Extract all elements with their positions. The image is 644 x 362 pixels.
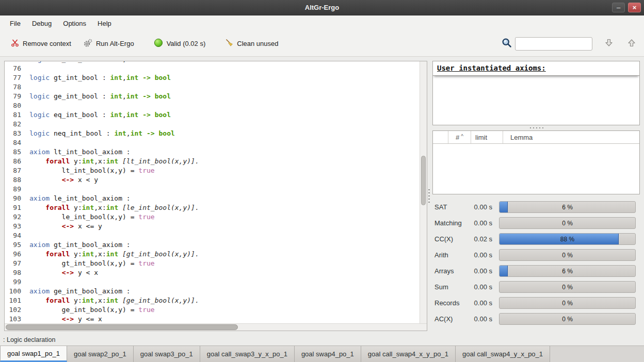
minimize-button[interactable]: – <box>612 3 625 12</box>
column-header-lemma[interactable]: Lemma <box>503 131 639 143</box>
clean-unused-button[interactable]: Clean unused <box>220 35 283 52</box>
code-line[interactable]: forall y:int,x:int [gt_int_bool(x,y)]. <box>29 250 420 259</box>
stat-time: 0.02 s <box>468 235 492 243</box>
stat-time: 0.00 s <box>468 283 492 291</box>
code-line[interactable]: ge_int_bool(x,y) = true <box>29 306 420 315</box>
broom-icon <box>225 39 233 48</box>
stat-label: Records <box>434 299 468 307</box>
tab-goal-call-swap3-y-x-po-1[interactable]: goal call_swap3_y_x_po_1 <box>200 346 295 362</box>
panel-splitter-handle[interactable] <box>428 188 430 203</box>
menu-help[interactable]: Help <box>92 15 117 31</box>
progress-text: 0 % <box>500 314 635 324</box>
stat-label: SAT <box>434 203 468 211</box>
vertical-scrollbar-thumb[interactable] <box>421 156 426 206</box>
line-number: 101 <box>5 297 21 306</box>
result-status-label: Valid (0.02 s) <box>167 40 206 47</box>
axioms-header-row[interactable]: User instantiated axioms: <box>433 61 639 76</box>
jump-down-button[interactable] <box>603 37 615 51</box>
column-header-number[interactable]: # ^ <box>448 131 471 143</box>
tab-goal-call-swap4-y-x-po-1[interactable]: goal call_swap4_y_x_po_1 <box>456 346 550 362</box>
tab-goal-swap1-po-1[interactable]: goal swap1_po_1 <box>0 346 67 362</box>
menu-file[interactable]: File <box>4 15 26 31</box>
code-line[interactable] <box>29 120 420 129</box>
code-line[interactable]: logic neq_int_bool : int,int -> bool <box>29 129 420 139</box>
stat-label: AC(X) <box>434 315 468 323</box>
code-line[interactable]: forall y:int,x:int [lt_int_bool(x,y)]. <box>29 157 420 167</box>
altgr-ergo-window: AltGr-Ergo – × File Debug Options Help R… <box>0 0 644 362</box>
code-line[interactable]: logic gt_int_bool : int,int -> bool <box>29 74 420 83</box>
code-line[interactable]: forall y:int,x:int [ge_int_bool(x,y)]. <box>29 297 420 306</box>
stats-list: SAT0.00 s6 %Matching0.00 s0 %CC(X)0.02 s… <box>434 201 636 329</box>
code-line[interactable]: axiom le_int_bool_axiom : <box>29 194 420 204</box>
line-number: 92 <box>5 213 21 222</box>
stat-time: 0.00 s <box>468 203 492 211</box>
code-line[interactable]: logic ge_int_bool : int,int -> bool <box>29 92 420 102</box>
editor-horizontal-scrollbar[interactable] <box>5 324 420 331</box>
line-number: 86 <box>5 157 21 167</box>
menu-options[interactable]: Options <box>57 15 92 31</box>
stat-time: 0.00 s <box>468 315 492 323</box>
status-text: : Logic declaration <box>3 336 55 343</box>
code-line[interactable]: axiom lt_int_bool_axiom : <box>29 148 420 157</box>
code-line[interactable]: forall y:int,x:int [le_int_bool(x,y)]. <box>29 204 420 213</box>
editor-code-lines[interactable]: logic le_int_bool : int,int -> boollogic… <box>25 61 420 323</box>
code-editor: 7576777879808182838485868788899091929394… <box>4 61 427 331</box>
line-number: 83 <box>5 129 21 139</box>
clean-unused-label: Clean unused <box>237 40 278 47</box>
window-buttons: – × <box>612 3 641 12</box>
result-status: Valid (0.02 s) <box>149 35 211 53</box>
progress-text: 0 % <box>500 250 635 260</box>
tab-goal-call-swap4-x-y-po-1[interactable]: goal call_swap4_x_y_po_1 <box>361 346 456 362</box>
editor-vertical-scrollbar[interactable] <box>420 61 427 323</box>
code-line[interactable]: lt_int_bool(x,y) = true <box>29 167 420 176</box>
remove-context-label: Remove context <box>23 40 71 47</box>
axioms-lemma-splitter[interactable] <box>432 125 640 130</box>
status-bar: : Logic declaration <box>0 334 644 345</box>
code-line[interactable]: gt_int_bool(x,y) = true <box>29 259 420 269</box>
line-number: 94 <box>5 232 21 241</box>
menu-bar: File Debug Options Help <box>0 15 644 31</box>
splitter-dots-icon <box>529 127 543 129</box>
remove-context-button[interactable]: Remove context <box>6 35 76 52</box>
run-alt-ergo-label: Run Alt-Ergo <box>96 40 134 47</box>
line-number: 88 <box>5 176 21 185</box>
code-line[interactable] <box>29 278 420 287</box>
stat-progressbar: 88 % <box>499 233 636 245</box>
code-line[interactable]: axiom ge_int_bool_axiom : <box>29 287 420 297</box>
run-alt-ergo-button[interactable]: Run Alt-Ergo <box>79 35 139 53</box>
code-line[interactable]: axiom gt_int_bool_axiom : <box>29 241 420 250</box>
code-line[interactable]: <-> x <= y <box>29 222 420 232</box>
stat-progressbar: 0 % <box>499 297 636 309</box>
horizontal-scrollbar-thumb[interactable] <box>6 324 238 330</box>
tab-goal-swap4-po-1[interactable]: goal swap4_po_1 <box>295 346 361 362</box>
code-line[interactable] <box>29 139 420 148</box>
lemma-column-label: Lemma <box>510 134 533 141</box>
search-input[interactable] <box>515 37 592 51</box>
menu-debug[interactable]: Debug <box>26 15 57 31</box>
code-line[interactable] <box>29 64 420 74</box>
down-arrow-icon <box>604 38 614 49</box>
code-line[interactable]: <-> x < y <box>29 176 420 185</box>
stat-time: 0.00 s <box>468 219 492 227</box>
tab-goal-swap2-po-1[interactable]: goal swap2_po_1 <box>67 346 134 362</box>
tab-goal-swap3-po-1[interactable]: goal swap3_po_1 <box>134 346 200 362</box>
code-line[interactable]: <-> y <= x <box>29 315 420 323</box>
line-number: 93 <box>5 222 21 232</box>
line-number: 91 <box>5 204 21 213</box>
stat-label: Arith <box>434 251 468 259</box>
line-number: 102 <box>5 306 21 315</box>
progress-text: 6 % <box>500 266 635 276</box>
code-line[interactable] <box>29 185 420 194</box>
code-line[interactable] <box>29 232 420 241</box>
stat-progressbar: 0 % <box>499 281 636 293</box>
jump-up-button[interactable] <box>625 37 638 51</box>
code-line[interactable] <box>29 102 420 111</box>
editor-viewport[interactable]: 7576777879808182838485868788899091929394… <box>5 61 420 323</box>
code-line[interactable]: <-> y < x <box>29 269 420 278</box>
column-header-limit[interactable]: limit <box>471 131 503 143</box>
code-line[interactable] <box>29 83 420 92</box>
code-line[interactable]: logic eq_int_bool : int,int -> bool <box>29 111 420 120</box>
close-button[interactable]: × <box>628 3 641 12</box>
code-line[interactable]: le_int_bool(x,y) = true <box>29 213 420 222</box>
progress-text: 0 % <box>500 282 635 292</box>
